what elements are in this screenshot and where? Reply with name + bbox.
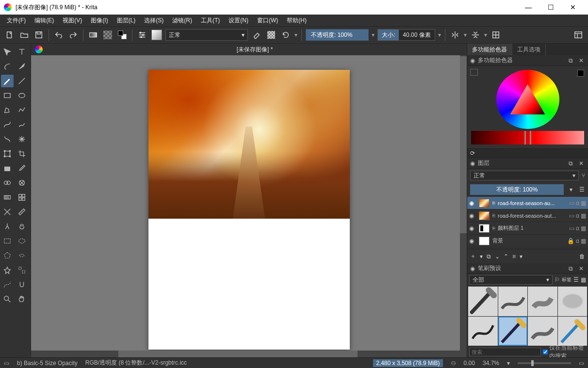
link-icon[interactable]: ⎘ bbox=[492, 213, 495, 218]
menu-filter[interactable]: 滤镜(R) bbox=[168, 15, 196, 26]
brush-size-input[interactable]: 大小: 40.00 像素 bbox=[377, 29, 435, 41]
lock-icon[interactable]: ▦ bbox=[581, 212, 586, 219]
chevron-down-icon[interactable]: ▾ bbox=[520, 253, 523, 260]
fgbg-swatch-icon[interactable] bbox=[116, 29, 128, 41]
smart-patch-tool-icon[interactable] bbox=[16, 176, 28, 189]
search-current-tag-checkbox[interactable]: 仅在当前标签内搜索 bbox=[543, 344, 586, 357]
rotation-status[interactable]: 0.00 bbox=[464, 360, 475, 367]
layer-name[interactable]: road-forest-season-aut... bbox=[498, 213, 566, 219]
chevron-down-icon[interactable]: ▾ bbox=[507, 360, 510, 367]
move-down-icon[interactable]: ⌄ bbox=[495, 253, 500, 260]
visibility-icon[interactable]: ◉ bbox=[469, 225, 476, 232]
contiguous-select-tool-icon[interactable] bbox=[1, 264, 14, 276]
layer-row[interactable]: ◉ 背景 🔒α▦ bbox=[467, 235, 588, 247]
layer-blend-mode-dropdown[interactable]: 正常 ▾ bbox=[470, 171, 579, 180]
colorize-mask-tool-icon[interactable] bbox=[1, 176, 14, 189]
gradient-tool-icon[interactable] bbox=[1, 191, 14, 204]
delete-layer-icon[interactable]: 🗑 bbox=[579, 253, 585, 260]
polygon-select-tool-icon[interactable] bbox=[1, 249, 14, 262]
brush-tool-icon[interactable] bbox=[1, 75, 14, 87]
visibility-icon[interactable]: ◉ bbox=[469, 238, 476, 244]
menu-window[interactable]: 窗口(W) bbox=[253, 15, 282, 26]
chevron-down-icon[interactable]: ▾ bbox=[484, 32, 487, 38]
ellipse-select-tool-icon[interactable] bbox=[16, 235, 28, 247]
shape-edit-tool-icon[interactable] bbox=[1, 60, 14, 73]
open-file-icon[interactable] bbox=[18, 29, 30, 41]
freehand-select-tool-icon[interactable] bbox=[16, 249, 28, 262]
mirror-v-icon[interactable] bbox=[470, 29, 481, 41]
visibility-icon[interactable]: ◉ bbox=[469, 212, 476, 219]
similar-select-tool-icon[interactable] bbox=[16, 264, 28, 276]
vertical-scrollbar[interactable] bbox=[460, 55, 467, 351]
menu-image[interactable]: 图像(I) bbox=[87, 15, 112, 26]
wraparound-icon[interactable] bbox=[490, 29, 502, 41]
duplicate-layer-icon[interactable]: ⧉ bbox=[487, 253, 491, 260]
layer-name[interactable]: road-forest-season-au... bbox=[498, 200, 566, 206]
rect-tool-icon[interactable] bbox=[1, 89, 14, 102]
zoom-tool-icon[interactable] bbox=[1, 293, 14, 305]
brush-tag-dropdown[interactable]: 全部 ▾ bbox=[469, 275, 553, 285]
brush-preset-icon[interactable] bbox=[151, 29, 163, 41]
grid-icon[interactable]: ▦ bbox=[581, 276, 586, 283]
chevron-down-icon[interactable]: ▾ bbox=[464, 32, 467, 38]
brush-preset[interactable] bbox=[498, 287, 528, 316]
multibrush-tool-icon[interactable] bbox=[16, 133, 28, 145]
menu-select[interactable]: 选择(S) bbox=[140, 15, 167, 26]
menu-tools[interactable]: 工具(T) bbox=[197, 15, 224, 26]
lock-icon[interactable]: 🔒 bbox=[567, 238, 574, 244]
brush-settings-icon[interactable] bbox=[136, 29, 148, 41]
layer-row[interactable]: ◉ ⎘ road-forest-season-au... ▭α▦ bbox=[467, 197, 588, 209]
line-tool-icon[interactable] bbox=[16, 75, 28, 87]
color-picker-tool-icon[interactable] bbox=[16, 162, 28, 175]
float-panel-icon[interactable]: ⧉ bbox=[567, 57, 574, 64]
frame-icon[interactable]: ▭ bbox=[569, 225, 574, 232]
float-panel-icon[interactable]: ⧉ bbox=[567, 265, 574, 272]
fill-tool-icon[interactable] bbox=[1, 162, 14, 175]
bezier-tool-icon[interactable] bbox=[1, 118, 14, 131]
refresh-icon[interactable]: ⟳ bbox=[470, 150, 475, 157]
close-panel-icon[interactable]: ✕ bbox=[577, 265, 585, 272]
calligraphy-tool-icon[interactable] bbox=[16, 60, 28, 73]
layer-name[interactable]: 颜料图层 1 bbox=[498, 224, 566, 232]
menu-edit[interactable]: 编辑(E) bbox=[31, 15, 58, 26]
visibility-icon[interactable]: ◉ bbox=[469, 200, 476, 207]
zoom-status[interactable]: 34.7% bbox=[483, 360, 499, 367]
select-mode-icon[interactable]: ▭ bbox=[4, 360, 9, 367]
menu-help[interactable]: 帮助(H) bbox=[283, 15, 310, 26]
pattern-tool-icon[interactable] bbox=[16, 191, 28, 204]
hand-tool-icon[interactable] bbox=[16, 220, 28, 233]
alpha-icon[interactable]: α bbox=[576, 212, 579, 219]
bezier-select-tool-icon[interactable] bbox=[1, 278, 14, 291]
alpha-icon[interactable]: α bbox=[576, 238, 579, 244]
brush-preset[interactable] bbox=[468, 287, 498, 316]
menu-file[interactable]: 文件(F) bbox=[3, 15, 30, 26]
layer-row[interactable]: ◉ ⎘ road-forest-season-aut... ▭α▦ bbox=[467, 209, 588, 222]
mirror-h-icon[interactable] bbox=[449, 29, 461, 41]
current-color-swatch[interactable] bbox=[577, 70, 584, 77]
menu-settings[interactable]: 设置(N) bbox=[225, 15, 252, 26]
new-file-icon[interactable] bbox=[4, 29, 16, 41]
crop-tool-icon[interactable] bbox=[16, 147, 28, 160]
chevron-down-icon[interactable]: ▾ bbox=[567, 184, 575, 195]
polyline-tool-icon[interactable] bbox=[16, 104, 28, 116]
layer-name[interactable]: 背景 bbox=[492, 237, 564, 244]
reference-tool-icon[interactable] bbox=[1, 220, 14, 233]
frame-icon[interactable]: ▭ bbox=[569, 212, 574, 219]
alpha-icon[interactable]: α bbox=[576, 225, 579, 232]
assistant-tool-icon[interactable] bbox=[1, 206, 14, 218]
polygon-tool-icon[interactable] bbox=[1, 104, 14, 116]
layer-menu-icon[interactable]: ☰ bbox=[577, 184, 586, 195]
layer-opacity-slider[interactable]: 不透明度: 100% bbox=[470, 184, 564, 195]
link-icon[interactable]: ⎘ bbox=[492, 201, 495, 206]
float-panel-icon[interactable]: ⧉ bbox=[567, 160, 574, 167]
bookmark-icon[interactable]: ⚐ bbox=[555, 276, 560, 283]
link-icon[interactable]: ⎘ bbox=[492, 226, 495, 231]
filter-icon[interactable]: ⑂ bbox=[582, 172, 585, 179]
rect-select-tool-icon[interactable] bbox=[1, 235, 14, 247]
horizontal-scrollbar[interactable] bbox=[31, 351, 467, 357]
undo-icon[interactable] bbox=[53, 29, 65, 41]
opacity-slider[interactable]: 不透明度: 100% bbox=[306, 29, 369, 41]
brush-preset[interactable] bbox=[498, 317, 528, 346]
eraser-icon[interactable] bbox=[251, 29, 262, 41]
canvas[interactable] bbox=[148, 70, 350, 350]
